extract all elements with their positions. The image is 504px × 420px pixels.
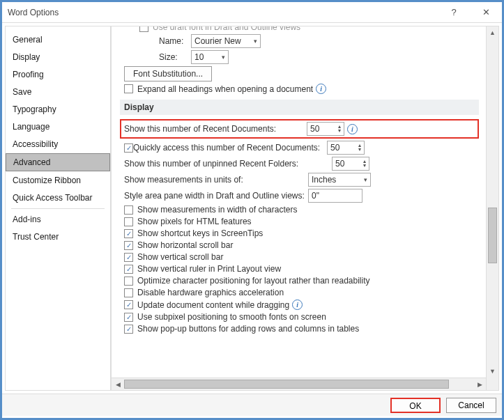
checkbox-label: Show measurements in width of characters — [137, 205, 297, 215]
checkbox[interactable] — [124, 217, 133, 226]
font-size-label: Size: — [159, 52, 191, 62]
hscroll-thumb[interactable] — [124, 380, 449, 389]
checkbox[interactable]: ✓ — [124, 253, 133, 262]
draft-font-checkbox[interactable] — [139, 26, 148, 32]
options-content: Use draft font in Draft and Outline view… — [112, 26, 486, 390]
scroll-right-arrow[interactable]: ▶ — [473, 381, 486, 388]
sidebar-item-general[interactable]: General — [6, 31, 110, 48]
checkbox[interactable]: ✓ — [124, 229, 133, 238]
font-size-combo[interactable]: 10▾ — [191, 50, 229, 64]
display-option-row: Show pixels for HTML features — [124, 217, 479, 226]
measurements-combo[interactable]: Inches▾ — [308, 173, 371, 187]
checkbox-label: Show shortcut keys in ScreenTips — [137, 228, 263, 238]
category-sidebar: General Display Proofing Save Typography… — [5, 26, 111, 391]
style-area-input[interactable]: 0" — [308, 189, 362, 203]
horizontal-scrollbar[interactable]: ◀ ▶ — [112, 378, 486, 390]
checkbox[interactable]: ✓ — [124, 265, 133, 274]
unpinned-folders-label: Show this number of unpinned Recent Fold… — [124, 159, 332, 169]
sidebar-item-display[interactable]: Display — [6, 49, 110, 65]
display-option-row: ✓Show vertical scroll bar — [124, 252, 479, 262]
sidebar-item-save[interactable]: Save — [6, 84, 110, 100]
display-option-row: Disable hardware graphics acceleration — [124, 288, 479, 297]
scroll-left-arrow[interactable]: ◀ — [112, 381, 124, 388]
sidebar-item-addins[interactable]: Add-ins — [6, 211, 110, 228]
checkbox[interactable] — [124, 288, 133, 297]
scroll-up-arrow[interactable]: ▲ — [487, 26, 498, 39]
checkbox-label: Optimize character positioning for layou… — [137, 276, 370, 286]
scroll-down-arrow[interactable]: ▼ — [487, 365, 498, 378]
section-header-display: Display — [120, 100, 479, 115]
sidebar-item-advanced[interactable]: Advanced — [6, 153, 110, 171]
recent-docs-spinner[interactable]: 50 ▴▾ — [307, 122, 344, 136]
checkbox-label: Show pixels for HTML features — [137, 217, 252, 226]
unpinned-folders-spinner[interactable]: 50 ▴▾ — [332, 157, 369, 171]
checkbox-label: Show horizontal scroll bar — [137, 240, 233, 250]
display-option-row: ✓Use subpixel positioning to smooth font… — [124, 312, 479, 322]
info-icon[interactable]: i — [292, 300, 303, 310]
draft-font-label: Use draft font in Draft and Outline view… — [153, 26, 300, 32]
info-icon[interactable]: i — [347, 124, 358, 134]
checkbox[interactable] — [124, 205, 133, 215]
checkbox-label: Show vertical scroll bar — [137, 252, 223, 262]
quick-access-label: Quickly access this number of Recent Doc… — [133, 143, 327, 153]
measurements-label: Show measurements in units of: — [124, 175, 308, 185]
info-icon[interactable]: i — [316, 84, 326, 94]
checkbox[interactable]: ✓ — [124, 325, 133, 334]
quick-access-checkbox[interactable]: ✓ — [124, 143, 133, 153]
quick-access-spinner[interactable]: 50 ▴▾ — [327, 141, 365, 155]
window-title: Word Options — [8, 8, 438, 17]
font-name-combo[interactable]: Courier New▾ — [191, 34, 261, 48]
title-bar: Word Options ? ✕ — [2, 2, 502, 23]
display-option-row: ✓Show vertical ruler in Print Layout vie… — [124, 264, 479, 274]
checkbox-label: Show pop-up buttons for adding rows and … — [137, 324, 359, 334]
checkbox[interactable] — [124, 277, 133, 286]
sidebar-item-trust-center[interactable]: Trust Center — [6, 228, 110, 245]
display-option-row: ✓Show horizontal scroll bar — [124, 240, 479, 250]
sidebar-item-language[interactable]: Language — [6, 118, 110, 135]
display-option-row: ✓Update document content while draggingi — [124, 300, 479, 310]
scroll-thumb[interactable] — [488, 208, 497, 263]
recent-docs-label: Show this number of Recent Documents: — [124, 124, 307, 134]
font-substitution-button[interactable]: Font Substitution... — [124, 66, 212, 81]
display-option-row: Show measurements in width of characters — [124, 205, 479, 215]
style-area-label: Style area pane width in Draft and Outli… — [124, 191, 308, 201]
display-option-row: ✓Show shortcut keys in ScreenTips — [124, 228, 479, 238]
checkbox-label: Use subpixel positioning to smooth fonts… — [137, 312, 326, 322]
checkbox[interactable]: ✓ — [124, 241, 133, 250]
sidebar-item-quick-access[interactable]: Quick Access Toolbar — [6, 189, 110, 206]
font-name-label: Name: — [159, 36, 191, 46]
expand-headings-checkbox[interactable] — [124, 84, 133, 93]
checkbox-label: Disable hardware graphics acceleration — [137, 288, 284, 297]
sidebar-item-typography[interactable]: Typography — [6, 101, 110, 118]
display-option-row: Optimize character positioning for layou… — [124, 276, 479, 286]
vertical-scrollbar[interactable]: ▲ ▼ — [486, 26, 498, 390]
close-button[interactable]: ✕ — [470, 3, 502, 22]
checkbox-label: Update document content while dragging — [137, 300, 289, 310]
checkbox[interactable]: ✓ — [124, 300, 133, 309]
expand-headings-label: Expand all headings when opening a docum… — [137, 84, 313, 94]
help-button[interactable]: ? — [438, 3, 470, 22]
dialog-buttons: OK Cancel — [2, 394, 502, 416]
sidebar-item-customize-ribbon[interactable]: Customize Ribbon — [6, 172, 110, 189]
ok-button[interactable]: OK — [390, 398, 441, 413]
checkbox-label: Show vertical ruler in Print Layout view — [137, 264, 281, 274]
cancel-button[interactable]: Cancel — [446, 398, 496, 413]
display-option-row: ✓Show pop-up buttons for adding rows and… — [124, 324, 479, 334]
checkbox[interactable]: ✓ — [124, 313, 133, 322]
sidebar-item-accessibility[interactable]: Accessibility — [6, 136, 110, 153]
sidebar-item-proofing[interactable]: Proofing — [6, 66, 110, 83]
